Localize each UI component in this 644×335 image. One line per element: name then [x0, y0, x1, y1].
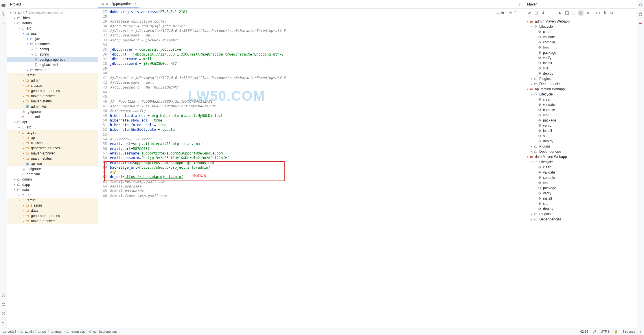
maven-phase-deploy[interactable]: ⚙deploy: [524, 206, 637, 211]
maven-phase-verify[interactable]: ⚙verify: [524, 55, 637, 60]
tree-item-.idea[interactable]: 🗀.idea: [7, 15, 98, 21]
maven-phase-install[interactable]: ⚙install: [524, 128, 637, 133]
tree-item-maven-status[interactable]: 🗀maven-status: [7, 99, 98, 104]
maven-phase-deploy[interactable]: ⚙deploy: [524, 139, 637, 144]
maven-plugins[interactable]: ▸🗀Plugins: [524, 76, 637, 81]
maven-phase-site[interactable]: ⚙site: [524, 201, 637, 206]
maven-plugins[interactable]: ▸🗀Plugins: [524, 144, 637, 149]
tree-item-.gitignore[interactable]: ◎.gitignore: [7, 109, 98, 114]
maven-dependencies[interactable]: ▸🗀Dependencies: [524, 217, 637, 222]
tree-item-target[interactable]: 🗀target: [7, 73, 98, 78]
maven-phase-install[interactable]: ⚙install: [524, 60, 637, 66]
tree-item-logback.xml[interactable]: ⟨⟩logback.xml: [7, 62, 98, 67]
generate-icon[interactable]: [533, 10, 539, 16]
maven-phase-test[interactable]: ⚙test: [524, 180, 637, 185]
tree-item-classes[interactable]: 🗀classes: [7, 83, 98, 88]
cursor-position[interactable]: 62:36: [580, 330, 588, 334]
maven-phase-clean[interactable]: ⚙clean: [524, 29, 637, 34]
tree-item-spring[interactable]: 🗀spring: [7, 52, 98, 57]
tree-item-api[interactable]: 🗀api: [7, 119, 98, 125]
maven-plugins[interactable]: ▸🗀Plugins: [524, 211, 637, 217]
lock-icon[interactable]: 🔒: [614, 330, 618, 334]
tree-item-classes[interactable]: 🗀classes: [7, 203, 98, 208]
tree-item-webapp[interactable]: 🗀webapp: [7, 67, 98, 73]
encoding[interactable]: UTF-8: [601, 330, 610, 334]
tree-item-maven-status[interactable]: 🗀maven-status: [7, 156, 98, 161]
maven-lifecycle[interactable]: ▾⟳Lifecycle: [524, 92, 637, 97]
tree-item-maven-archiver[interactable]: 🗀maven-archiver: [7, 218, 98, 224]
tree-item-maven-archiver[interactable]: 🗀maven-archiver: [7, 93, 98, 99]
maven-phase-site[interactable]: ⚙site: [524, 66, 637, 71]
tab-more-icon[interactable]: ⋮: [515, 2, 524, 6]
maven-dependencies[interactable]: ▸🗀Dependencies: [524, 81, 637, 86]
maven-project[interactable]: ▾mdata Maven Webapp: [524, 154, 637, 159]
skip-tests-icon[interactable]: [578, 10, 584, 16]
maven-phase-package[interactable]: ⚙package: [524, 50, 637, 55]
maven-phase-validate[interactable]: ⚙validate: [524, 34, 637, 40]
code-area[interactable]: LW50.COM 修改域名 dubbo.registry.address=127…: [110, 9, 524, 328]
vcs-icon[interactable]: [1, 320, 6, 325]
tree-item-src[interactable]: 🗀src: [7, 26, 98, 31]
problems-icon[interactable]: !: [1, 311, 6, 316]
close-icon[interactable]: ×: [135, 2, 137, 6]
maven-phase-compile[interactable]: ⚙compile: [524, 107, 637, 113]
tree-item-data[interactable]: 🗀data: [7, 208, 98, 213]
tree-item-java[interactable]: 🗀java: [7, 36, 98, 41]
show-icon[interactable]: [595, 10, 601, 16]
tree-item-admin[interactable]: 🗀admin: [7, 21, 98, 26]
breadcrumb-item[interactable]: 🗀 code2: [3, 330, 16, 333]
collapse-icon[interactable]: ⇈: [602, 10, 608, 16]
tree-item-api[interactable]: 🗀api: [7, 135, 98, 140]
tree-item-classes[interactable]: 🗀classes: [7, 140, 98, 146]
project-panel-header[interactable]: Project ▾: [7, 0, 98, 9]
maven-phase-validate[interactable]: ⚙validate: [524, 102, 637, 107]
notifications-icon[interactable]: [638, 3, 643, 8]
maven-phase-test[interactable]: ⚙test: [524, 45, 637, 50]
tree-item-admin[interactable]: 🗀admin: [7, 78, 98, 83]
tree-item-src[interactable]: 🗀src: [7, 125, 98, 130]
maven-phase-clean[interactable]: ⚙clean: [524, 97, 637, 102]
run-icon[interactable]: [1, 302, 6, 307]
inspection-bar[interactable]: ▲ 20 ✓ 14 ⌃ ⌄: [495, 10, 522, 15]
line-separator[interactable]: LF: [593, 330, 596, 334]
maven-dependencies[interactable]: ▸🗀Dependencies: [524, 149, 637, 154]
toggle-icon[interactable]: [571, 10, 577, 16]
reload-icon[interactable]: ⟳: [527, 10, 532, 16]
tree-item-generated-sources[interactable]: 🗀generated-sources: [7, 88, 98, 93]
tab-config-properties[interactable]: ⚙ config.properties ×: [98, 0, 139, 8]
indent[interactable]: 4 spaces: [622, 330, 635, 334]
tree-item-comm[interactable]: 🗀comm: [7, 177, 98, 182]
bookmarks-icon[interactable]: [1, 12, 6, 16]
folder-icon[interactable]: [1, 3, 6, 8]
status-icon[interactable]: ♦: [639, 330, 641, 334]
maven-phase-clean[interactable]: ⚙clean: [524, 165, 637, 170]
breadcrumb-item[interactable]: 🗀 main: [51, 330, 62, 333]
tree-item-target[interactable]: 🗀target: [7, 198, 98, 203]
down-icon[interactable]: ⌄: [518, 11, 520, 14]
maven-phase-verify[interactable]: ⚙verify: [524, 191, 637, 196]
tree-item-admin.war[interactable]: ▣admin.war: [7, 104, 98, 109]
maven-phase-compile[interactable]: ⚙compile: [524, 175, 637, 180]
maven-phase-site[interactable]: ⚙site: [524, 133, 637, 139]
tree-item-dapp[interactable]: 🗀dapp: [7, 182, 98, 187]
tree-item-data[interactable]: 🗀data: [7, 187, 98, 192]
maven-lifecycle[interactable]: ▾⟳Lifecycle: [524, 159, 637, 165]
breadcrumb-item[interactable]: 🗀 resources: [66, 330, 85, 333]
breadcrumb-item[interactable]: 🗀 src: [38, 330, 47, 333]
tree-item-config[interactable]: 🗀config: [7, 47, 98, 52]
settings-icon[interactable]: ⚙: [609, 10, 614, 16]
database-icon[interactable]: [638, 12, 643, 16]
tree-item-pom.xml[interactable]: mpom.xml: [7, 114, 98, 119]
execute-icon[interactable]: [564, 10, 570, 16]
maven-icon[interactable]: m: [638, 21, 643, 25]
tree-item-pom.xml[interactable]: mpom.xml: [7, 172, 98, 177]
add-icon[interactable]: +: [547, 10, 553, 16]
tree-item-target[interactable]: 🗀target: [7, 130, 98, 135]
maven-phase-validate[interactable]: ⚙validate: [524, 170, 637, 175]
maven-lifecycle[interactable]: ▾⟳Lifecycle: [524, 24, 637, 29]
tree-item-generated-sources[interactable]: 🗀generated-sources: [7, 213, 98, 218]
up-icon[interactable]: ⌃: [514, 11, 517, 14]
tree-item-maven-archiver[interactable]: 🗀maven-archiver: [7, 151, 98, 156]
more-icon[interactable]: ⋯: [1, 21, 6, 25]
tree-item-src[interactable]: 🗀src: [7, 192, 98, 198]
